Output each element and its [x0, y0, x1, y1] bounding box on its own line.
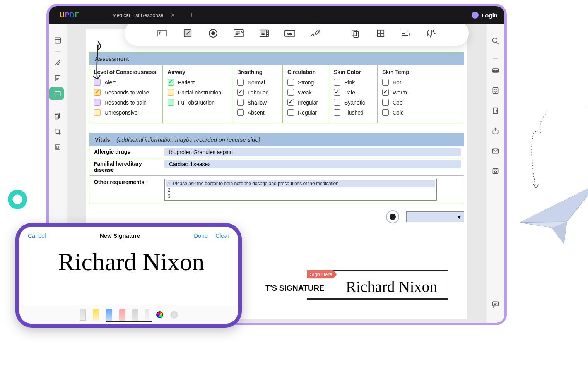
listbox-tool[interactable]: [258, 27, 270, 39]
check-partial-obstruction[interactable]: Partial obstruction: [168, 89, 227, 96]
check-strong[interactable]: Strong: [287, 79, 324, 86]
col-airway: Airway Patient Partial obstruction Full …: [163, 65, 232, 123]
svg-text:OCR: OCR: [493, 70, 498, 72]
close-icon[interactable]: ✕: [171, 12, 175, 18]
other-requirements-field[interactable]: 1. Please ask the doctor to help note th…: [164, 179, 437, 201]
check-absent[interactable]: Absent: [237, 109, 278, 116]
signature-tool[interactable]: [309, 27, 321, 39]
check-laboured[interactable]: Laboued: [237, 89, 278, 96]
eraser-tool[interactable]: [119, 309, 125, 321]
familial-label: Familial hereditary disease: [89, 158, 163, 175]
dropdown-tool[interactable]: [233, 27, 244, 39]
form-tool-icon[interactable]: [51, 87, 64, 100]
svg-rect-18: [381, 30, 383, 33]
check-responds-pain[interactable]: Responds to pain: [94, 99, 158, 106]
check-unresponsive[interactable]: Unresponsive: [94, 109, 158, 116]
dropdown-field[interactable]: ▾: [406, 211, 464, 222]
check-flushed[interactable]: Flushed: [334, 109, 373, 116]
color-picker[interactable]: [156, 311, 163, 318]
document-tab[interactable]: Medical Fist Response ✕: [106, 9, 182, 21]
svg-text:OK: OK: [287, 32, 292, 36]
check-pink[interactable]: Pink: [334, 79, 373, 86]
pen-tool-1[interactable]: [80, 309, 86, 321]
decoration-plane: [512, 180, 588, 264]
tab-title: Medical Fist Response: [113, 12, 164, 18]
chevron-down-icon: ▾: [458, 213, 461, 221]
add-tool-button[interactable]: +: [170, 311, 178, 319]
col-skin-color: Skin Color Pink Pale Syanotic Flushed: [329, 65, 378, 123]
share-icon[interactable]: [489, 125, 502, 137]
check-regular[interactable]: Regular: [287, 109, 324, 116]
check-normal[interactable]: Normal: [237, 79, 278, 86]
check-alert[interactable]: Alert: [94, 79, 158, 86]
ocr-icon[interactable]: OCR: [489, 64, 502, 77]
radio-indicator[interactable]: [386, 210, 399, 223]
crop-icon[interactable]: [51, 125, 64, 138]
familial-field[interactable]: Cardiac diseases: [164, 160, 461, 168]
app-logo: UPDF: [60, 11, 79, 19]
svg-rect-7: [157, 31, 166, 36]
check-syanotic[interactable]: Syanotic: [334, 99, 373, 106]
check-cold[interactable]: Cold: [382, 109, 425, 116]
check-hot[interactable]: Hot: [382, 79, 425, 86]
convert-icon[interactable]: [489, 84, 502, 97]
check-patient[interactable]: Patient: [168, 79, 227, 86]
check-full-obstruction[interactable]: Full obstruction: [168, 99, 227, 106]
svg-rect-2: [55, 91, 60, 96]
align-tool[interactable]: [400, 27, 412, 39]
vitals-header: Vitals (additional information maybe rec…: [89, 133, 464, 146]
pencil-tool[interactable]: [132, 309, 138, 321]
check-cool[interactable]: Cool: [382, 99, 425, 106]
done-button[interactable]: Done: [194, 232, 208, 239]
email-icon[interactable]: [489, 145, 502, 157]
svg-rect-3: [56, 113, 60, 118]
checkbox-tool[interactable]: [182, 27, 193, 39]
signature-field[interactable]: Sign Here Richard Nixon: [307, 270, 448, 300]
tools-dropdown[interactable]: [426, 27, 438, 39]
phone-signature-modal: Cancel New Signature Done Clear Richard …: [15, 223, 242, 328]
assessment-header: Assessment: [89, 52, 464, 65]
login-button[interactable]: Login: [468, 10, 501, 20]
thumbnail-icon[interactable]: [51, 34, 64, 46]
check-shallow[interactable]: Shallow: [237, 99, 278, 106]
check-warm[interactable]: Warm: [382, 89, 425, 96]
check-irregular[interactable]: Irregular: [287, 99, 324, 106]
notes-icon[interactable]: [51, 72, 64, 84]
check-responds-voice[interactable]: Responds to voice: [94, 89, 158, 96]
svg-rect-19: [377, 34, 380, 36]
search-icon[interactable]: [489, 35, 502, 47]
allergic-field[interactable]: Ibuprofen Granules aspirin: [164, 148, 461, 156]
right-toolbar: OCR: [487, 24, 504, 323]
svg-point-30: [495, 171, 497, 173]
allergic-label: Allergic drugs: [89, 146, 163, 158]
svg-rect-15: [352, 30, 356, 36]
assessment-table: Assessment Level of Consciousness Alert …: [89, 52, 464, 123]
copy-tool[interactable]: [349, 27, 361, 39]
comment-icon[interactable]: [489, 298, 502, 310]
phone-titlebar: Cancel New Signature Done Clear: [19, 227, 238, 242]
highlight-icon[interactable]: [51, 57, 64, 69]
clear-button[interactable]: Clear: [215, 232, 229, 239]
watermark-icon[interactable]: [51, 141, 64, 153]
save-icon[interactable]: [489, 165, 502, 177]
add-tab-button[interactable]: +: [190, 11, 194, 19]
button-tool[interactable]: OK: [284, 27, 296, 39]
cancel-button[interactable]: Cancel: [28, 232, 46, 239]
ruler-tool[interactable]: [145, 309, 149, 321]
pages-icon[interactable]: [51, 110, 64, 122]
decoration-ring: [8, 190, 27, 209]
titlebar: UPDF Medical Fist Response ✕ + Login: [49, 6, 504, 24]
text-field-tool[interactable]: [156, 27, 168, 39]
grid-tool[interactable]: [375, 27, 386, 39]
svg-rect-26: [496, 111, 498, 113]
phone-title: New Signature: [100, 232, 140, 239]
avatar-icon: [472, 12, 479, 19]
radio-tool[interactable]: [207, 27, 219, 39]
check-pale[interactable]: Pale: [334, 89, 373, 96]
pen-tool-2[interactable]: [93, 309, 99, 321]
sign-here-tag: Sign Here: [307, 270, 337, 278]
protect-icon[interactable]: [489, 105, 502, 117]
check-weak[interactable]: Weak: [287, 89, 324, 96]
phone-signature-canvas[interactable]: Richard Nixon: [19, 242, 238, 274]
pen-tool-3[interactable]: [106, 309, 112, 321]
